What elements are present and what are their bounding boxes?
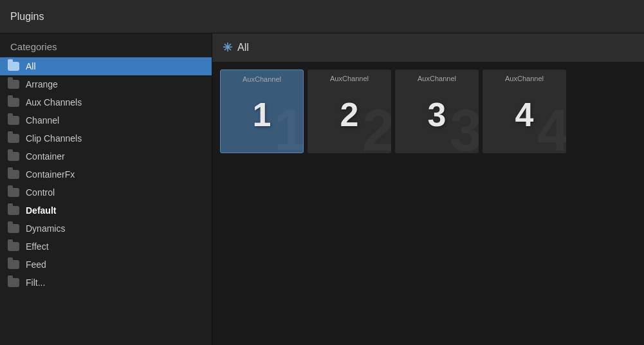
sidebar-item-default[interactable]: Default	[0, 201, 212, 219]
sidebar-scroll-container: AllArrangeAux ChannelsChannelClip Channe…	[0, 57, 212, 345]
content-header-title: All	[237, 42, 249, 53]
sidebar-item-clip-channels[interactable]: Clip Channels	[0, 129, 212, 147]
plugin-card-bg-number: 4	[537, 102, 566, 153]
plugin-card-aux4[interactable]: 4AuxChannel4	[483, 70, 566, 153]
folder-icon	[8, 116, 19, 125]
sidebar-list: AllArrangeAux ChannelsChannelClip Channe…	[0, 57, 212, 345]
sidebar-item-all[interactable]: All	[0, 57, 212, 75]
folder-icon	[8, 134, 19, 143]
sidebar-item-container[interactable]: Container	[0, 147, 212, 165]
content-area: ✳ All 1AuxChannel12AuxChannel23AuxChanne…	[212, 33, 644, 345]
sidebar-item-feed[interactable]: Feed	[0, 256, 212, 274]
sidebar-item-label: Clip Channels	[26, 133, 82, 144]
sidebar-item-label: Arrange	[26, 79, 58, 89]
sidebar-item-arrange[interactable]: Arrange	[0, 75, 212, 93]
plugin-card-bg-number: 2	[362, 102, 391, 153]
plugin-card-label: AuxChannel	[221, 75, 303, 83]
folder-icon	[8, 206, 19, 215]
sidebar-item-label: Container	[26, 151, 65, 162]
sidebar-item-dynamics[interactable]: Dynamics	[0, 219, 212, 238]
plugin-card-bg-number: 1	[274, 101, 304, 153]
folder-icon	[8, 224, 19, 233]
sidebar: Categories AllArrangeAux ChannelsChannel…	[0, 33, 212, 345]
sidebar-item-label: Aux Channels	[26, 97, 82, 107]
content-header: ✳ All	[212, 33, 644, 62]
sidebar-item-effect[interactable]: Effect	[0, 238, 212, 256]
sidebar-item-label: Filt...	[26, 277, 45, 288]
sidebar-item-aux-channels[interactable]: Aux Channels	[0, 93, 212, 111]
folder-icon	[8, 98, 19, 107]
plugin-card-number: 3	[428, 95, 446, 134]
plugin-card-label: AuxChannel	[308, 75, 391, 82]
sidebar-item-label: Effect	[26, 241, 49, 252]
plugin-card-aux2[interactable]: 2AuxChannel2	[308, 70, 391, 153]
sidebar-item-filter[interactable]: Filt...	[0, 274, 212, 292]
title-bar: Plugins	[0, 0, 644, 33]
sidebar-item-control[interactable]: Control	[0, 183, 212, 201]
folder-icon	[8, 80, 19, 89]
folder-icon	[8, 170, 19, 179]
plugin-card-label: AuxChannel	[395, 75, 479, 82]
plugin-card-aux3[interactable]: 3AuxChannel3	[395, 70, 479, 153]
app-title: Plugins	[10, 11, 44, 23]
sidebar-item-channel[interactable]: Channel	[0, 111, 212, 129]
folder-icon	[8, 152, 19, 161]
folder-icon	[8, 62, 19, 71]
main-layout: Categories AllArrangeAux ChannelsChannel…	[0, 33, 644, 345]
sidebar-item-label: Channel	[26, 115, 59, 126]
asterisk-icon: ✳	[223, 41, 232, 55]
folder-icon	[8, 242, 19, 251]
sidebar-item-containerfx[interactable]: ContainerFx	[0, 165, 212, 183]
sidebar-item-label: Feed	[26, 259, 46, 270]
plugin-card-label: AuxChannel	[483, 75, 566, 82]
sidebar-item-label: ContainerFx	[26, 169, 75, 180]
plugin-card-number: 2	[340, 95, 359, 134]
categories-header: Categories	[0, 33, 212, 57]
sidebar-item-label: All	[26, 61, 36, 71]
folder-icon	[8, 188, 19, 197]
plugin-card-number: 1	[253, 95, 271, 134]
plugin-card-aux1[interactable]: 1AuxChannel1	[220, 70, 304, 153]
plugin-card-number: 4	[515, 95, 534, 134]
folder-icon	[8, 260, 19, 269]
folder-icon	[8, 278, 19, 287]
plugin-card-bg-number: 3	[450, 102, 479, 153]
sidebar-item-label: Dynamics	[26, 223, 65, 234]
plugin-grid: 1AuxChannel12AuxChannel23AuxChannel34Aux…	[212, 62, 644, 345]
sidebar-item-label: Control	[26, 187, 55, 198]
sidebar-item-label: Default	[26, 205, 56, 216]
